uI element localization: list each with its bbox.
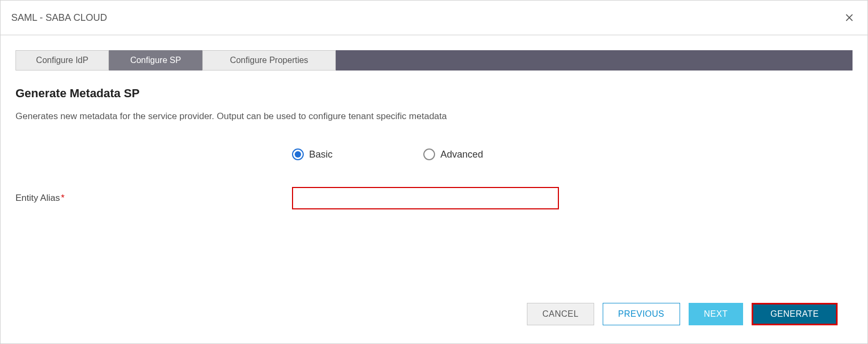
dialog-footer: CANCEL PREVIOUS NEXT GENERATE (15, 292, 853, 343)
dialog-header: SAML - SABA CLOUD (1, 1, 867, 35)
close-button[interactable] (842, 10, 857, 25)
generate-button[interactable]: GENERATE (752, 303, 838, 325)
radio-advanced-label: Advanced (440, 149, 483, 160)
tabs-row: Configure IdP Configure SP Configure Pro… (15, 50, 853, 71)
cancel-button[interactable]: CANCEL (527, 303, 594, 325)
dialog-body: Configure IdP Configure SP Configure Pro… (1, 35, 867, 343)
tab-configure-sp[interactable]: Configure SP (109, 50, 202, 71)
radio-basic-label: Basic (309, 149, 333, 160)
entity-alias-row: Entity Alias* (15, 187, 853, 209)
close-icon (844, 12, 855, 23)
radio-row: Basic Advanced (15, 148, 853, 160)
tab-configure-idp[interactable]: Configure IdP (15, 50, 109, 71)
next-button[interactable]: NEXT (689, 303, 744, 325)
radio-advanced[interactable]: Advanced (423, 148, 483, 160)
radio-icon (423, 148, 435, 160)
radio-basic[interactable]: Basic (292, 148, 333, 160)
radio-dot-icon (295, 151, 301, 158)
saml-dialog: SAML - SABA CLOUD Configure IdP Configur… (0, 0, 868, 344)
section-title: Generate Metadata SP (15, 87, 853, 100)
required-star-icon: * (61, 193, 65, 203)
tabs-filler (336, 50, 853, 71)
dialog-title: SAML - SABA CLOUD (11, 12, 107, 24)
radio-icon (292, 148, 304, 160)
tab-configure-properties[interactable]: Configure Properties (202, 50, 336, 71)
section-description: Generates new metadata for the service p… (15, 111, 853, 122)
previous-button[interactable]: PREVIOUS (603, 303, 680, 325)
entity-alias-input[interactable] (292, 187, 559, 209)
entity-alias-label: Entity Alias* (15, 193, 292, 204)
entity-alias-label-text: Entity Alias (15, 193, 60, 203)
